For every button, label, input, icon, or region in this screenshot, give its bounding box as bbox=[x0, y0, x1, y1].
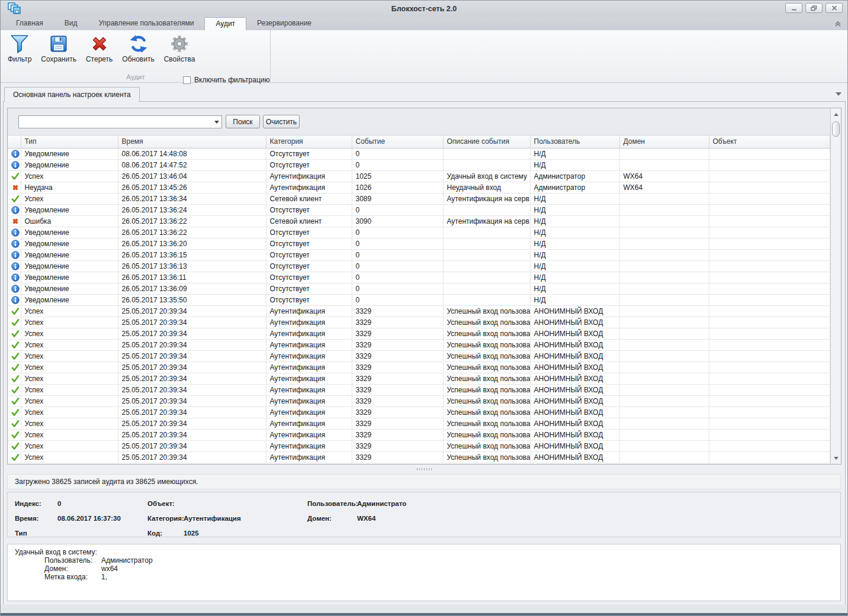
refresh-button[interactable]: Обновить bbox=[117, 32, 159, 64]
message-label: Метка входа: bbox=[44, 573, 101, 581]
search-button[interactable]: Поиск bbox=[226, 115, 260, 128]
row-cell: 0 bbox=[352, 294, 443, 305]
table-row[interactable]: Уведомление26.05.2017 13:36:20Отсутствуе… bbox=[8, 238, 830, 249]
row-cell: Аутентификация bbox=[266, 170, 352, 182]
table-row[interactable]: Успех25.05.2017 20:39:34Аутентификация33… bbox=[8, 305, 830, 317]
row-cell: АНОНИМНЫЙ ВХОД bbox=[530, 328, 619, 339]
table-row[interactable]: Уведомление08.06.2017 14:47:52Отсутствуе… bbox=[8, 159, 830, 170]
table-row[interactable]: Успех25.05.2017 20:39:34Аутентификация33… bbox=[8, 317, 830, 328]
detail-field: Тип события:Успех bbox=[15, 526, 121, 541]
scroll-up-button[interactable] bbox=[831, 109, 841, 119]
column-header-5[interactable]: Описание события bbox=[443, 136, 530, 148]
table-row[interactable]: Успех26.05.2017 13:46:04Аутентификация10… bbox=[8, 170, 830, 182]
search-combobox[interactable] bbox=[18, 115, 222, 128]
table-row[interactable]: Уведомление26.05.2017 13:36:15Отсутствуе… bbox=[8, 249, 830, 260]
row-cell bbox=[619, 317, 709, 328]
detail-field: Пользователь:Администрато bbox=[307, 496, 406, 511]
clear-button[interactable]: Очистить bbox=[263, 115, 300, 128]
row-cell bbox=[443, 204, 530, 215]
row-cell: Уведомление bbox=[21, 148, 118, 159]
table-row[interactable]: Неудача26.05.2017 13:45:26Аутентификация… bbox=[8, 182, 830, 193]
minimize-button[interactable] bbox=[785, 3, 802, 13]
column-header-7[interactable]: Домен bbox=[619, 136, 709, 148]
table-row[interactable]: Успех25.05.2017 20:39:34Аутентификация33… bbox=[8, 373, 830, 384]
ribbon-tab-2[interactable]: Вид bbox=[54, 17, 88, 30]
info-icon bbox=[11, 206, 20, 214]
erase-button[interactable]: Стереть bbox=[81, 32, 117, 64]
row-cell bbox=[619, 395, 709, 407]
column-header-6[interactable]: Пользователь bbox=[530, 136, 619, 148]
table-row[interactable]: Успех25.05.2017 20:39:34Аутентификация33… bbox=[8, 429, 830, 440]
row-cell: 26.05.2017 13:36:15 bbox=[118, 249, 266, 260]
close-button[interactable] bbox=[825, 3, 843, 13]
row-cell: Аутентификация bbox=[266, 440, 352, 451]
table-row[interactable]: Уведомление26.05.2017 13:36:09Отсутствуе… bbox=[8, 283, 830, 294]
table-row[interactable]: Успех26.05.2017 13:36:34Сетевой клиент30… bbox=[8, 193, 830, 204]
search-combobox-arrow[interactable] bbox=[211, 116, 221, 128]
filter-button[interactable]: Фильтр bbox=[3, 32, 36, 64]
table-row[interactable]: Успех25.05.2017 20:39:34Аутентификация33… bbox=[8, 440, 830, 451]
table-row[interactable]: Успех25.05.2017 20:39:34Аутентификация33… bbox=[8, 362, 830, 373]
splitter-handle[interactable] bbox=[4, 466, 845, 473]
row-cell bbox=[619, 440, 709, 451]
success-icon bbox=[11, 318, 20, 327]
success-icon bbox=[11, 375, 20, 383]
row-icon-cell bbox=[8, 395, 21, 407]
table-row[interactable]: Уведомление08.06.2017 14:48:08Отсутствуе… bbox=[8, 148, 830, 159]
table-row[interactable]: Успех25.05.2017 20:39:34Аутентификация33… bbox=[8, 350, 830, 362]
row-cell bbox=[619, 328, 709, 339]
table-row[interactable]: Уведомление26.05.2017 13:36:11Отсутствуе… bbox=[8, 272, 830, 283]
detail-value: 0 bbox=[57, 500, 61, 507]
scroll-thumb[interactable] bbox=[832, 121, 840, 137]
row-cell bbox=[709, 215, 830, 227]
save-button[interactable]: Сохранить bbox=[36, 32, 81, 64]
row-icon-cell bbox=[8, 373, 21, 384]
row-cell: Аутентификация bbox=[266, 350, 352, 362]
table-row[interactable]: Уведомление26.05.2017 13:35:50Отсутствуе… bbox=[8, 294, 830, 305]
column-header-1[interactable]: Тип bbox=[21, 136, 118, 148]
info-icon bbox=[11, 296, 20, 304]
scroll-down-button[interactable] bbox=[831, 453, 841, 463]
table-row[interactable]: Успех25.05.2017 20:39:34Аутентификация33… bbox=[8, 418, 830, 429]
table-row[interactable]: Успех25.05.2017 20:39:34Аутентификация33… bbox=[8, 407, 830, 418]
ribbon-tab-3[interactable]: Управление пользователями bbox=[88, 17, 204, 30]
column-header-2[interactable]: Время bbox=[118, 136, 266, 148]
column-header-3[interactable]: Категория bbox=[266, 136, 352, 148]
ribbon-tab-1[interactable]: Главная bbox=[5, 17, 54, 30]
row-cell bbox=[709, 339, 830, 350]
row-cell: 3329 bbox=[352, 395, 443, 407]
table-row[interactable]: Успех25.05.2017 20:39:34Аутентификация33… bbox=[8, 339, 830, 350]
table-row[interactable]: Успех25.05.2017 20:39:34Аутентификация33… bbox=[8, 384, 830, 395]
row-cell: Успех bbox=[21, 407, 118, 418]
table-row[interactable]: Уведомление26.05.2017 13:36:24Отсутствуе… bbox=[8, 204, 830, 215]
column-header-4[interactable]: Событие bbox=[352, 136, 443, 148]
ribbon-tab-5[interactable]: Резервирование bbox=[246, 17, 322, 30]
row-icon-cell bbox=[8, 317, 21, 328]
table-row[interactable]: Уведомление26.05.2017 13:36:13Отсутствуе… bbox=[8, 260, 830, 272]
collapse-ribbon-button[interactable] bbox=[833, 20, 843, 28]
vertical-scrollbar[interactable] bbox=[830, 108, 841, 464]
tab-list-dropdown-button[interactable] bbox=[836, 92, 841, 96]
restore-button[interactable] bbox=[805, 3, 823, 13]
properties-button[interactable]: Свойства bbox=[159, 32, 200, 64]
row-cell bbox=[709, 350, 830, 362]
table-row[interactable]: Успех25.05.2017 20:39:34Аутентификация33… bbox=[8, 395, 830, 407]
column-header-8[interactable]: Объект bbox=[709, 136, 830, 148]
row-cell: 3329 bbox=[352, 373, 443, 384]
table-row[interactable]: Успех25.05.2017 20:39:34Аутентификация33… bbox=[8, 328, 830, 339]
table-row[interactable]: Ошибка26.05.2017 13:36:22Сетевой клиент3… bbox=[8, 215, 830, 227]
search-input[interactable] bbox=[19, 116, 211, 128]
ribbon-tab-4[interactable]: Аудит bbox=[204, 17, 246, 30]
row-icon-cell bbox=[8, 260, 21, 272]
table-row[interactable]: Успех25.05.2017 20:39:34Аутентификация33… bbox=[8, 451, 830, 463]
column-header-icon bbox=[8, 136, 21, 148]
row-cell: Уведомление bbox=[21, 249, 118, 260]
row-cell: 3090 bbox=[352, 215, 443, 227]
event-message-box[interactable]: Удачный вход в систему: Пользователь:Адм… bbox=[7, 544, 841, 601]
table-row[interactable]: Уведомление26.05.2017 13:36:22Отсутствуе… bbox=[8, 227, 830, 238]
row-icon-cell bbox=[8, 451, 21, 463]
row-cell: Н/Д bbox=[530, 204, 619, 215]
row-cell: 25.05.2017 20:39:34 bbox=[118, 384, 266, 395]
tab-client-settings-panel[interactable]: Основная панель настроек клиента bbox=[4, 87, 140, 102]
row-cell: Успех bbox=[21, 317, 118, 328]
